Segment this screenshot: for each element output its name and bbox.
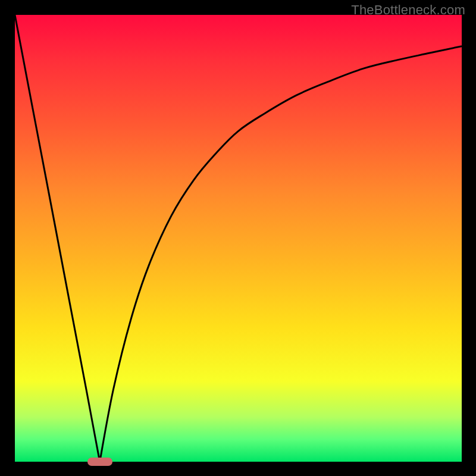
viewport-frame: TheBottleneck.com [0,0,476,476]
bottleneck-curve [15,15,462,462]
plot-area [15,15,462,462]
apex-marker [87,458,112,466]
curve-path [15,15,462,462]
